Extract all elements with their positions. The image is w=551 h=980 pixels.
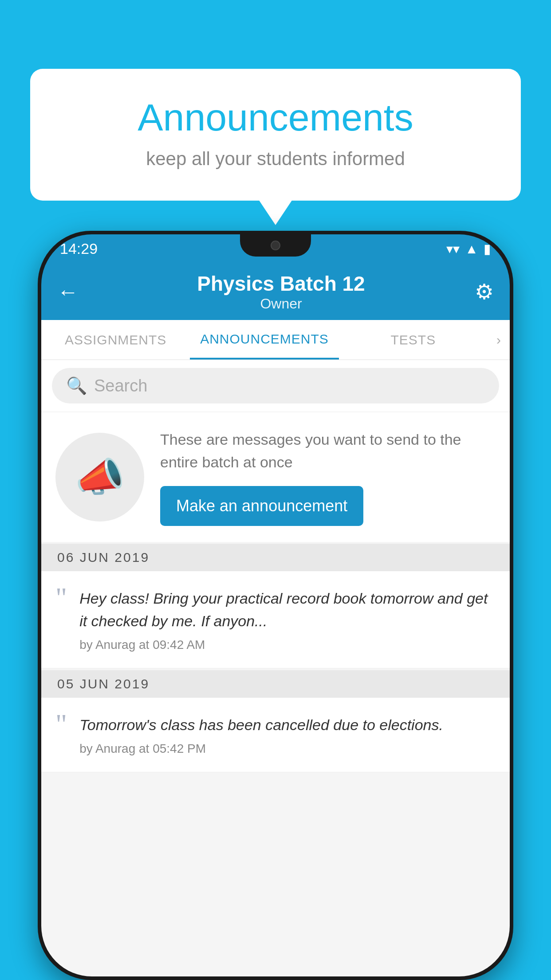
announcement-item-2[interactable]: " Tomorrow's class has been cancelled du…: [41, 698, 510, 772]
announcement-body-1: Hey class! Bring your practical record b…: [79, 587, 496, 632]
search-bar[interactable]: 🔍 Search: [52, 368, 499, 403]
app-bar-title: Physics Batch 12: [87, 272, 475, 296]
phone-frame: 14:29 ▾▾ ▲ ▮ ← Physics Batch 12 Owner ⚙ …: [38, 231, 513, 980]
wifi-icon: ▾▾: [446, 241, 460, 257]
quote-icon-2: ": [55, 710, 67, 739]
bubble-title: Announcements: [66, 95, 485, 139]
tab-tests[interactable]: TESTS: [339, 320, 488, 360]
front-camera: [271, 241, 280, 250]
announcement-text-area-2: Tomorrow's class has been cancelled due …: [79, 714, 496, 756]
announcement-text-area-1: Hey class! Bring your practical record b…: [79, 587, 496, 652]
quote-icon-1: ": [55, 584, 67, 612]
search-placeholder: Search: [94, 376, 147, 395]
promo-section: 📣 These are messages you want to send to…: [41, 412, 510, 542]
announcement-meta-1: by Anurag at 09:42 AM: [79, 638, 496, 652]
announcement-meta-2: by Anurag at 05:42 PM: [79, 742, 496, 756]
battery-icon: ▮: [484, 241, 491, 257]
promo-description: These are messages you want to send to t…: [160, 428, 496, 474]
promo-right: These are messages you want to send to t…: [160, 428, 496, 526]
status-time: 14:29: [60, 240, 98, 257]
promo-icon-circle: 📣: [55, 433, 144, 522]
announcement-item-1[interactable]: " Hey class! Bring your practical record…: [41, 571, 510, 668]
tab-assignments[interactable]: ASSIGNMENTS: [41, 320, 190, 360]
speech-bubble-container: Announcements keep all your students inf…: [30, 69, 521, 201]
status-icons: ▾▾ ▲ ▮: [446, 241, 491, 257]
speech-bubble: Announcements keep all your students inf…: [30, 69, 521, 201]
phone-screen: 14:29 ▾▾ ▲ ▮ ← Physics Batch 12 Owner ⚙ …: [41, 234, 510, 976]
tab-more[interactable]: ›: [488, 332, 510, 348]
signal-icon: ▲: [465, 241, 478, 257]
bubble-subtitle: keep all your students informed: [66, 148, 485, 170]
screen-content: 🔍 Search 📣 These are messages you want t…: [41, 360, 510, 976]
app-bar: ← Physics Batch 12 Owner ⚙: [41, 263, 510, 320]
settings-icon[interactable]: ⚙: [475, 279, 494, 304]
notch: [240, 234, 311, 257]
status-bar: 14:29 ▾▾ ▲ ▮: [41, 234, 510, 263]
date-separator-1: 06 JUN 2019: [41, 544, 510, 571]
tab-announcements[interactable]: ANNOUNCEMENTS: [190, 320, 338, 360]
megaphone-icon: 📣: [75, 454, 125, 501]
search-icon: 🔍: [66, 376, 87, 395]
date-separator-2: 05 JUN 2019: [41, 670, 510, 698]
tabs-bar: ASSIGNMENTS ANNOUNCEMENTS TESTS ›: [41, 320, 510, 360]
make-announcement-button[interactable]: Make an announcement: [160, 486, 363, 526]
back-button[interactable]: ←: [57, 280, 79, 304]
search-bar-container: 🔍 Search: [41, 360, 510, 411]
app-bar-center: Physics Batch 12 Owner: [87, 272, 475, 312]
app-bar-subtitle: Owner: [87, 296, 475, 312]
announcement-body-2: Tomorrow's class has been cancelled due …: [79, 714, 496, 736]
